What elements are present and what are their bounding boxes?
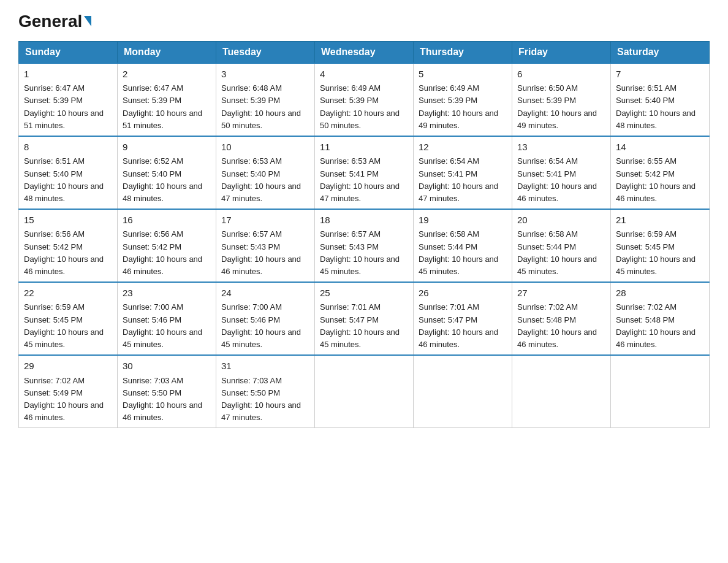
cell-info: Sunrise: 6:50 AMSunset: 5:39 PMDaylight:…	[517, 83, 597, 129]
cell-info: Sunrise: 6:56 AMSunset: 5:42 PMDaylight:…	[123, 229, 202, 275]
calendar-cell: 13Sunrise: 6:54 AMSunset: 5:41 PMDayligh…	[512, 136, 611, 209]
day-number: 25	[320, 286, 408, 301]
calendar-week-row: 22Sunrise: 6:59 AMSunset: 5:45 PMDayligh…	[19, 282, 710, 355]
cell-info: Sunrise: 6:47 AMSunset: 5:39 PMDaylight:…	[24, 83, 104, 129]
calendar-cell: 10Sunrise: 6:53 AMSunset: 5:40 PMDayligh…	[216, 136, 315, 209]
calendar-header-row: SundayMondayTuesdayWednesdayThursdayFrid…	[19, 41, 710, 63]
calendar-cell	[611, 355, 710, 428]
calendar-cell: 5Sunrise: 6:49 AMSunset: 5:39 PMDaylight…	[414, 63, 512, 136]
day-number: 2	[123, 67, 211, 82]
calendar-cell: 3Sunrise: 6:48 AMSunset: 5:39 PMDaylight…	[216, 63, 315, 136]
calendar-week-row: 8Sunrise: 6:51 AMSunset: 5:40 PMDaylight…	[19, 136, 710, 209]
day-number: 1	[24, 67, 112, 82]
weekday-header: Thursday	[414, 41, 512, 63]
cell-info: Sunrise: 6:49 AMSunset: 5:39 PMDaylight:…	[419, 83, 498, 129]
logo-general: General	[18, 12, 82, 31]
calendar-cell: 24Sunrise: 7:00 AMSunset: 5:46 PMDayligh…	[216, 282, 315, 355]
day-number: 27	[517, 286, 605, 301]
calendar-cell: 29Sunrise: 7:02 AMSunset: 5:49 PMDayligh…	[19, 355, 118, 428]
cell-info: Sunrise: 6:57 AMSunset: 5:43 PMDaylight:…	[221, 229, 301, 275]
cell-info: Sunrise: 6:54 AMSunset: 5:41 PMDaylight:…	[419, 156, 498, 202]
weekday-header: Friday	[512, 41, 611, 63]
calendar-cell	[414, 355, 512, 428]
day-number: 6	[517, 67, 605, 82]
calendar-table: SundayMondayTuesdayWednesdayThursdayFrid…	[18, 41, 710, 428]
calendar-cell	[315, 355, 414, 428]
cell-info: Sunrise: 6:56 AMSunset: 5:42 PMDaylight:…	[24, 229, 104, 275]
cell-info: Sunrise: 7:03 AMSunset: 5:50 PMDaylight:…	[123, 376, 202, 422]
cell-info: Sunrise: 6:59 AMSunset: 5:45 PMDaylight:…	[24, 302, 104, 348]
cell-info: Sunrise: 6:53 AMSunset: 5:41 PMDaylight:…	[320, 156, 400, 202]
day-number: 30	[123, 359, 211, 373]
cell-info: Sunrise: 6:58 AMSunset: 5:44 PMDaylight:…	[419, 229, 498, 275]
day-number: 7	[616, 67, 704, 82]
page-header: General	[18, 12, 710, 31]
calendar-cell: 4Sunrise: 6:49 AMSunset: 5:39 PMDaylight…	[315, 63, 414, 136]
day-number: 4	[320, 67, 408, 82]
cell-info: Sunrise: 6:47 AMSunset: 5:39 PMDaylight:…	[123, 83, 202, 129]
calendar-cell: 2Sunrise: 6:47 AMSunset: 5:39 PMDaylight…	[118, 63, 216, 136]
logo-triangle-icon	[84, 16, 91, 26]
day-number: 26	[419, 286, 507, 301]
calendar-week-row: 29Sunrise: 7:02 AMSunset: 5:49 PMDayligh…	[19, 355, 710, 428]
cell-info: Sunrise: 7:00 AMSunset: 5:46 PMDaylight:…	[221, 302, 301, 348]
calendar-cell: 1Sunrise: 6:47 AMSunset: 5:39 PMDaylight…	[19, 63, 118, 136]
day-number: 3	[221, 67, 309, 82]
cell-info: Sunrise: 6:57 AMSunset: 5:43 PMDaylight:…	[320, 229, 400, 275]
day-number: 16	[123, 213, 211, 228]
day-number: 9	[123, 140, 211, 155]
calendar-cell	[512, 355, 611, 428]
weekday-header: Tuesday	[216, 41, 315, 63]
weekday-header: Saturday	[611, 41, 710, 63]
day-number: 11	[320, 140, 408, 155]
cell-info: Sunrise: 7:01 AMSunset: 5:47 PMDaylight:…	[419, 302, 498, 348]
cell-info: Sunrise: 6:49 AMSunset: 5:39 PMDaylight:…	[320, 83, 400, 129]
calendar-week-row: 15Sunrise: 6:56 AMSunset: 5:42 PMDayligh…	[19, 209, 710, 282]
calendar-cell: 14Sunrise: 6:55 AMSunset: 5:42 PMDayligh…	[611, 136, 710, 209]
cell-info: Sunrise: 6:53 AMSunset: 5:40 PMDaylight:…	[221, 156, 301, 202]
day-number: 29	[24, 359, 112, 373]
calendar-cell: 21Sunrise: 6:59 AMSunset: 5:45 PMDayligh…	[611, 209, 710, 282]
calendar-cell: 12Sunrise: 6:54 AMSunset: 5:41 PMDayligh…	[414, 136, 512, 209]
day-number: 8	[24, 140, 112, 155]
calendar-cell: 7Sunrise: 6:51 AMSunset: 5:40 PMDaylight…	[611, 63, 710, 136]
day-number: 13	[517, 140, 605, 155]
cell-info: Sunrise: 6:54 AMSunset: 5:41 PMDaylight:…	[517, 156, 597, 202]
calendar-week-row: 1Sunrise: 6:47 AMSunset: 5:39 PMDaylight…	[19, 63, 710, 136]
day-number: 17	[221, 213, 309, 228]
day-number: 12	[419, 140, 507, 155]
day-number: 24	[221, 286, 309, 301]
cell-info: Sunrise: 6:48 AMSunset: 5:39 PMDaylight:…	[221, 83, 301, 129]
calendar-cell: 22Sunrise: 6:59 AMSunset: 5:45 PMDayligh…	[19, 282, 118, 355]
calendar-cell: 26Sunrise: 7:01 AMSunset: 5:47 PMDayligh…	[414, 282, 512, 355]
cell-info: Sunrise: 6:58 AMSunset: 5:44 PMDaylight:…	[517, 229, 597, 275]
day-number: 15	[24, 213, 112, 228]
weekday-header: Wednesday	[315, 41, 414, 63]
calendar-cell: 19Sunrise: 6:58 AMSunset: 5:44 PMDayligh…	[414, 209, 512, 282]
calendar-cell: 18Sunrise: 6:57 AMSunset: 5:43 PMDayligh…	[315, 209, 414, 282]
day-number: 23	[123, 286, 211, 301]
weekday-header: Sunday	[19, 41, 118, 63]
day-number: 14	[616, 140, 704, 155]
day-number: 19	[419, 213, 507, 228]
calendar-cell: 15Sunrise: 6:56 AMSunset: 5:42 PMDayligh…	[19, 209, 118, 282]
calendar-cell: 28Sunrise: 7:02 AMSunset: 5:48 PMDayligh…	[611, 282, 710, 355]
cell-info: Sunrise: 7:03 AMSunset: 5:50 PMDaylight:…	[221, 376, 301, 422]
day-number: 10	[221, 140, 309, 155]
calendar-cell: 25Sunrise: 7:01 AMSunset: 5:47 PMDayligh…	[315, 282, 414, 355]
day-number: 5	[419, 67, 507, 82]
cell-info: Sunrise: 7:02 AMSunset: 5:48 PMDaylight:…	[616, 302, 696, 348]
cell-info: Sunrise: 7:02 AMSunset: 5:49 PMDaylight:…	[24, 376, 104, 422]
logo: General	[18, 12, 91, 31]
day-number: 31	[221, 359, 309, 373]
day-number: 22	[24, 286, 112, 301]
cell-info: Sunrise: 6:51 AMSunset: 5:40 PMDaylight:…	[24, 156, 104, 202]
calendar-cell: 31Sunrise: 7:03 AMSunset: 5:50 PMDayligh…	[216, 355, 315, 428]
cell-info: Sunrise: 7:02 AMSunset: 5:48 PMDaylight:…	[517, 302, 597, 348]
day-number: 18	[320, 213, 408, 228]
day-number: 28	[616, 286, 704, 301]
calendar-cell: 17Sunrise: 6:57 AMSunset: 5:43 PMDayligh…	[216, 209, 315, 282]
cell-info: Sunrise: 6:52 AMSunset: 5:40 PMDaylight:…	[123, 156, 202, 202]
day-number: 20	[517, 213, 605, 228]
calendar-cell: 11Sunrise: 6:53 AMSunset: 5:41 PMDayligh…	[315, 136, 414, 209]
